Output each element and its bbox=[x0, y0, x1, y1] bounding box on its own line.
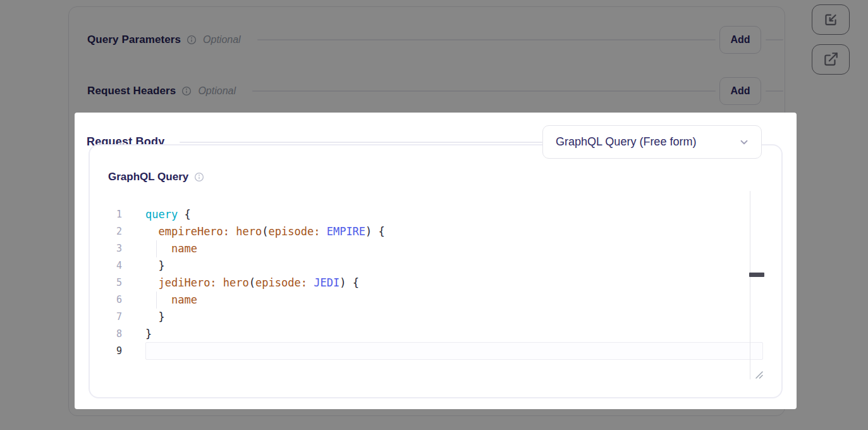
line-number: 2 bbox=[94, 223, 122, 240]
line-number: 3 bbox=[94, 240, 122, 257]
code-line: 7 } bbox=[94, 309, 759, 326]
code-line: 8} bbox=[94, 326, 759, 343]
line-number: 8 bbox=[94, 326, 122, 343]
code-line: 1query { bbox=[94, 206, 759, 223]
code-line: 2 empireHero: hero(episode: EMPIRE) { bbox=[94, 223, 759, 240]
line-number: 7 bbox=[94, 309, 122, 326]
code-line: 4 } bbox=[94, 257, 759, 274]
body-type-selected-value: GraphQL Query (Free form) bbox=[556, 135, 733, 149]
divider bbox=[180, 142, 542, 143]
request-body-section: Request Body GraphQL Query (Free form) G… bbox=[75, 113, 797, 409]
code-line: 3 name bbox=[94, 240, 759, 257]
line-number: 5 bbox=[94, 274, 122, 292]
graphql-code-editor[interactable]: 1query {2 empireHero: hero(episode: EMPI… bbox=[94, 206, 759, 360]
line-number: 4 bbox=[94, 257, 122, 274]
line-number: 9 bbox=[94, 343, 122, 360]
line-number: 1 bbox=[94, 206, 122, 223]
editor-resize-handle[interactable] bbox=[755, 371, 764, 379]
body-type-select[interactable]: GraphQL Query (Free form) bbox=[542, 125, 762, 159]
editor-scrollbar-thumb[interactable] bbox=[749, 273, 764, 277]
graphql-query-label: GraphQL Query bbox=[108, 171, 188, 183]
chevron-down-icon bbox=[738, 137, 750, 148]
code-line: 9 bbox=[94, 343, 759, 360]
line-number: 6 bbox=[94, 292, 122, 309]
info-icon[interactable] bbox=[194, 172, 204, 182]
code-lines: 1query {2 empireHero: hero(episode: EMPI… bbox=[94, 206, 759, 360]
code-line: 5 jediHero: hero(episode: JEDI) { bbox=[94, 274, 759, 292]
screen: Query Parameters Optional Add Request He… bbox=[0, 0, 868, 430]
code-line: 6 name bbox=[94, 292, 759, 309]
graphql-query-label-row: GraphQL Query bbox=[108, 171, 204, 183]
